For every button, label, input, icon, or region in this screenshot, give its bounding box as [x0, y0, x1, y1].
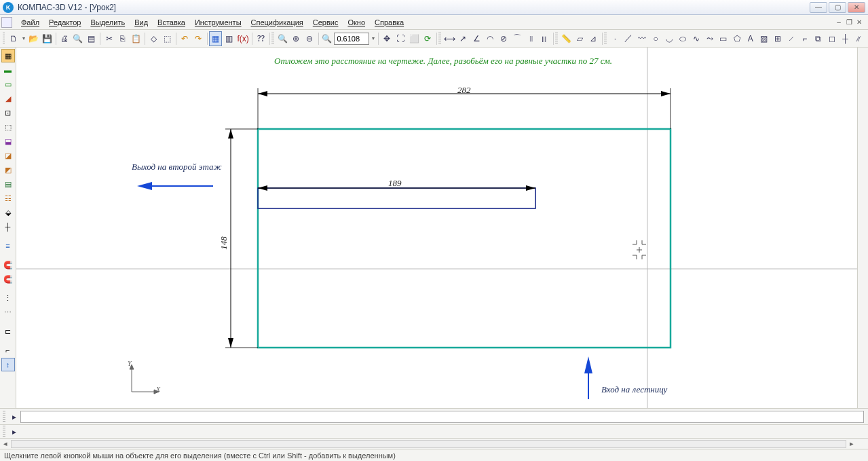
undo-button[interactable]: ↶: [178, 31, 191, 46]
drawing-mgr-button[interactable]: ▤: [85, 31, 98, 46]
command-input[interactable]: [20, 411, 864, 423]
props-toggle-icon[interactable]: ▸: [8, 426, 20, 438]
props-grip[interactable]: [3, 426, 5, 438]
rail-views-icon[interactable]: ⊡: [1, 106, 15, 119]
cmd-grip[interactable]: [3, 411, 5, 423]
cmd-toggle-icon[interactable]: ▸: [8, 411, 20, 423]
rail-measure-icon[interactable]: ◪: [1, 149, 15, 162]
rail-aux2-icon[interactable]: ⋯: [1, 306, 15, 319]
layers-button[interactable]: ▥: [223, 31, 235, 46]
rail-aux5-icon[interactable]: ↕: [1, 358, 15, 371]
print-button[interactable]: 🖨: [58, 31, 71, 46]
zoom-all-button[interactable]: ⬜: [408, 31, 421, 46]
toolbar-grip-5[interactable]: [604, 33, 606, 45]
stamp-button[interactable]: ⬚: [161, 31, 174, 46]
rail-dims-icon[interactable]: ▭: [1, 77, 15, 91]
arc-button[interactable]: ◡: [663, 31, 676, 46]
rail-construct-icon[interactable]: ┼: [1, 220, 15, 234]
menu-file[interactable]: Файл: [16, 17, 44, 28]
document-menu-icon[interactable]: [1, 17, 12, 28]
copy-button[interactable]: ⎘: [116, 31, 129, 46]
rail-snap-icon[interactable]: 🧲: [1, 258, 15, 272]
offset-button[interactable]: ⧉: [812, 31, 825, 46]
rail-layers-icon[interactable]: ≡: [1, 239, 15, 253]
menu-window[interactable]: Окно: [343, 17, 370, 28]
rail-insert-icon[interactable]: ⬙: [1, 206, 15, 219]
dim-linear-button[interactable]: ⟷: [443, 31, 456, 46]
rectangle-button[interactable]: ▭: [717, 31, 730, 46]
rail-aux4-icon[interactable]: ⌐: [1, 344, 15, 357]
bezier-button[interactable]: ⤳: [704, 31, 717, 46]
redo-button[interactable]: ↷: [192, 31, 205, 46]
spline-button[interactable]: ∿: [690, 31, 703, 46]
dim-angular-button[interactable]: ∠: [470, 31, 483, 46]
rail-aux1-icon[interactable]: ⋮: [1, 291, 15, 305]
line-button[interactable]: ／: [622, 31, 635, 46]
rail-snap2-icon[interactable]: 🧲: [1, 272, 15, 286]
save-button[interactable]: 💾: [41, 31, 54, 46]
drawing-canvas[interactable]: Отложем это расстояние на чертеже. Далее…: [16, 48, 857, 415]
text-button[interactable]: A: [744, 31, 757, 46]
rail-reports-icon[interactable]: ☷: [1, 191, 15, 205]
fillet-button[interactable]: ⌐: [798, 31, 811, 46]
measure-dist-button[interactable]: 📏: [560, 31, 573, 46]
menu-service[interactable]: Сервис: [308, 17, 343, 28]
polyline-button[interactable]: 〰: [636, 31, 649, 46]
doc-close-button[interactable]: ✕: [854, 18, 864, 27]
zoom-value-field[interactable]: 0.6108: [334, 33, 369, 45]
open-button[interactable]: 📂: [27, 31, 40, 46]
point-button[interactable]: ·: [609, 31, 622, 46]
dim-diameter-button[interactable]: ⊘: [497, 31, 510, 46]
close-button[interactable]: ✕: [848, 2, 865, 13]
vertical-scrollbar[interactable]: [857, 48, 868, 415]
measure-area-button[interactable]: ▱: [573, 31, 586, 46]
rail-edit-icon[interactable]: ▬: [1, 63, 15, 77]
menu-tools[interactable]: Инструменты: [190, 17, 246, 28]
zoom-fit-button[interactable]: ⛶: [394, 31, 407, 46]
doc-restore-button[interactable]: ❐: [844, 18, 854, 27]
zoom-dropdown[interactable]: ▾: [370, 35, 375, 41]
toolbar-grip-3[interactable]: [438, 33, 440, 45]
contour-button[interactable]: ◻: [825, 31, 838, 46]
menu-insert[interactable]: Вставка: [153, 17, 190, 28]
rail-params-icon[interactable]: ⬓: [1, 134, 15, 148]
help-cursor-button[interactable]: ⁇: [254, 31, 267, 46]
properties-button[interactable]: ▦: [209, 31, 222, 46]
toolbar-grip[interactable]: [3, 33, 5, 45]
axis-button[interactable]: ┼: [839, 31, 852, 46]
rail-select-icon[interactable]: ⬚: [1, 120, 15, 134]
circle-button[interactable]: ○: [649, 31, 662, 46]
redraw-button[interactable]: ⟳: [421, 31, 434, 46]
dim-radial-button[interactable]: ◠: [484, 31, 497, 46]
menu-spec[interactable]: Спецификация: [246, 17, 308, 28]
zoom-window-button[interactable]: 🔍: [276, 31, 289, 46]
rail-spec-icon[interactable]: ▤: [1, 177, 15, 191]
measure-angle-button[interactable]: ⊿: [587, 31, 600, 46]
new-dropdown[interactable]: ▾: [20, 35, 26, 41]
rail-assoc-icon[interactable]: ◩: [1, 163, 15, 177]
break-button[interactable]: ⫽: [852, 31, 865, 46]
zoom-in-button[interactable]: ⊕: [290, 31, 303, 46]
hatch-button[interactable]: ▨: [757, 31, 770, 46]
variables-button[interactable]: f(x): [236, 31, 249, 46]
toolbar-grip-2[interactable]: [271, 33, 273, 45]
dim-arc-button[interactable]: ⌒: [511, 31, 524, 46]
dim-baseline-button[interactable]: ⫴: [525, 31, 537, 46]
preview-button[interactable]: 🔍: [72, 31, 85, 46]
menu-help[interactable]: Справка: [370, 17, 409, 28]
eraser-button[interactable]: ◇: [147, 31, 160, 46]
minimize-button[interactable]: —: [810, 2, 827, 13]
zoom-realtime-button[interactable]: 🔍: [320, 31, 333, 46]
chamfer-button[interactable]: ⟋: [785, 31, 797, 46]
menu-select[interactable]: Выделить: [86, 17, 130, 28]
cut-button[interactable]: ✂: [102, 31, 115, 46]
dim-chain-button[interactable]: ⫼: [538, 31, 551, 46]
table-button[interactable]: ⊞: [771, 31, 784, 46]
maximize-button[interactable]: ▢: [829, 2, 846, 13]
pan-button[interactable]: ✥: [381, 31, 394, 46]
menu-edit[interactable]: Редактор: [44, 17, 86, 28]
doc-minimize-button[interactable]: –: [834, 18, 844, 27]
rail-aux3-icon[interactable]: ⊏: [1, 325, 15, 338]
zoom-out-button[interactable]: ⊖: [303, 31, 316, 46]
ellipse-button[interactable]: ⬭: [677, 31, 690, 46]
